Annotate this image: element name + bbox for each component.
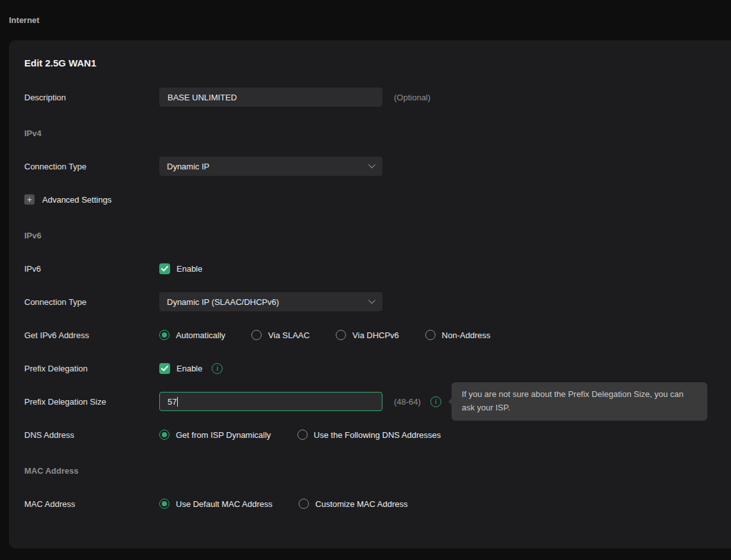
page-title: Internet bbox=[0, 0, 731, 40]
dns-address-label: DNS Address bbox=[24, 430, 159, 440]
ipv4-connection-type-label: Connection Type bbox=[24, 162, 159, 171]
ipv4-connection-type-select[interactable]: Dynamic IP bbox=[159, 157, 382, 176]
radio-icon bbox=[159, 330, 169, 340]
prefix-delegation-size-value: 57 bbox=[168, 397, 177, 407]
edit-wan-panel: Edit 2.5G WAN1 Description (Optional) IP… bbox=[9, 40, 731, 548]
ipv6-enable-checkbox-label: Enable bbox=[177, 264, 202, 274]
radio-use-following-dns-addresses[interactable]: Use the Following DNS Addresses bbox=[297, 430, 441, 440]
chevron-down-icon bbox=[368, 296, 375, 303]
advanced-settings-row: + Advanced Settings bbox=[24, 190, 716, 209]
expand-plus-icon[interactable]: + bbox=[24, 194, 35, 205]
text-cursor bbox=[177, 397, 178, 407]
radio-icon bbox=[251, 330, 262, 340]
dns-address-row: DNS Address Get from ISP Dynamically Use… bbox=[24, 425, 716, 444]
prefix-delegation-checkbox-label: Enable bbox=[177, 364, 202, 373]
radio-icon bbox=[425, 330, 436, 340]
radio-non-address[interactable]: Non-Address bbox=[425, 330, 491, 340]
section-mac-address: MAC Address bbox=[24, 461, 716, 480]
radio-get-from-isp-dynamically[interactable]: Get from ISP Dynamically bbox=[159, 430, 271, 440]
radio-use-default-mac-address[interactable]: Use Default MAC Address bbox=[159, 499, 272, 509]
prefix-delegation-size-range-hint: (48-64) bbox=[394, 397, 421, 407]
description-optional-hint: (Optional) bbox=[394, 93, 430, 102]
prefix-delegation-size-row: Prefix Delegation Size 57 (48-64) i If y… bbox=[24, 392, 716, 411]
section-ipv6: IPv6 bbox=[24, 226, 716, 245]
ipv4-connection-type-value: Dynamic IP bbox=[167, 162, 209, 171]
mac-address-label: MAC Address bbox=[24, 499, 159, 509]
checkmark-icon bbox=[161, 266, 168, 272]
radio-icon bbox=[159, 430, 169, 440]
advanced-settings-label[interactable]: Advanced Settings bbox=[42, 195, 111, 205]
ipv6-enable-checkbox[interactable] bbox=[159, 263, 170, 274]
get-ipv6-address-label: Get IPv6 Address bbox=[24, 331, 159, 340]
ipv6-connection-type-select[interactable]: Dynamic IP (SLAAC/DHCPv6) bbox=[159, 292, 382, 311]
radio-via-slaac[interactable]: Via SLAAC bbox=[251, 330, 310, 340]
ipv6-enable-label: IPv6 bbox=[24, 264, 159, 274]
mac-address-row: MAC Address Use Default MAC Address Cust… bbox=[24, 494, 716, 513]
radio-icon bbox=[297, 430, 308, 440]
info-icon[interactable]: i bbox=[212, 363, 223, 374]
chevron-down-icon bbox=[368, 160, 375, 167]
tooltip: If you are not sure about the Prefix Del… bbox=[452, 382, 707, 421]
ipv6-connection-type-label: Connection Type bbox=[24, 297, 159, 307]
ipv6-connection-type-row: Connection Type Dynamic IP (SLAAC/DHCPv6… bbox=[24, 292, 716, 311]
radio-icon bbox=[299, 499, 309, 509]
radio-customize-mac-address[interactable]: Customize MAC Address bbox=[299, 499, 408, 509]
get-ipv6-address-row: Get IPv6 Address Automatically Via SLAAC… bbox=[24, 325, 716, 345]
prefix-delegation-size-input[interactable]: 57 bbox=[159, 392, 382, 411]
ipv6-enable-row: IPv6 Enable bbox=[24, 259, 716, 278]
ipv6-connection-type-value: Dynamic IP (SLAAC/DHCPv6) bbox=[167, 297, 279, 307]
description-label: Description bbox=[24, 93, 159, 102]
prefix-delegation-size-label: Prefix Delegation Size bbox=[24, 397, 159, 407]
prefix-delegation-row: Prefix Delegation Enable i bbox=[24, 359, 716, 378]
info-icon[interactable]: i bbox=[430, 396, 441, 407]
prefix-delegation-checkbox[interactable] bbox=[159, 363, 170, 374]
radio-icon bbox=[159, 499, 169, 509]
description-row: Description (Optional) bbox=[24, 88, 716, 107]
radio-icon bbox=[336, 330, 346, 340]
description-input[interactable] bbox=[159, 88, 382, 107]
ipv4-connection-type-row: Connection Type Dynamic IP bbox=[24, 157, 716, 176]
section-ipv4: IPv4 bbox=[24, 123, 716, 143]
checkmark-icon bbox=[161, 366, 168, 371]
prefix-delegation-label: Prefix Delegation bbox=[24, 364, 159, 373]
radio-automatically[interactable]: Automatically bbox=[159, 330, 225, 340]
panel-title: Edit 2.5G WAN1 bbox=[24, 58, 716, 68]
radio-via-dhcpv6[interactable]: Via DHCPv6 bbox=[336, 330, 399, 340]
